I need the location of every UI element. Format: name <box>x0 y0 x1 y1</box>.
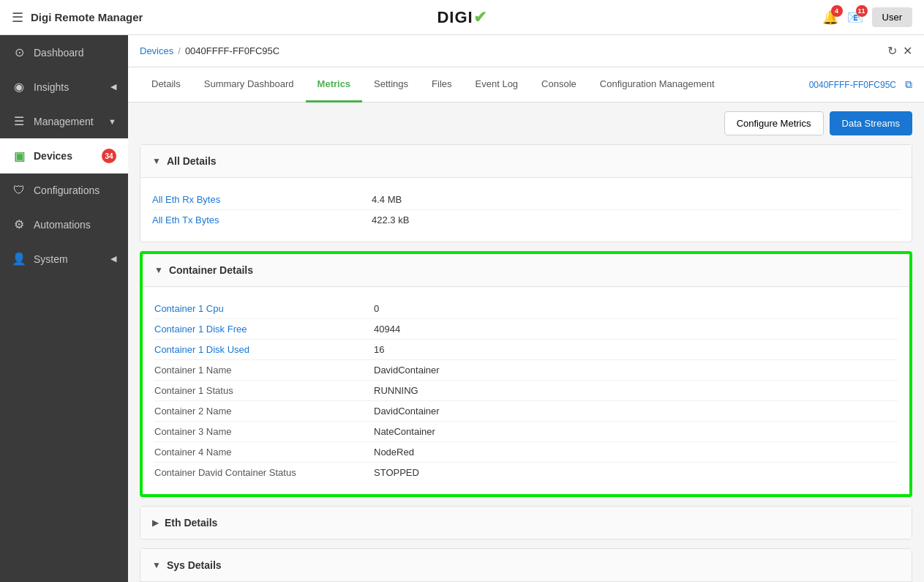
metric-label-eth-tx[interactable]: All Eth Tx Bytes <box>152 214 372 225</box>
dashboard-icon: ⊙ <box>12 45 26 59</box>
tab-summary-dashboard[interactable]: Summary Dashboard <box>192 67 306 102</box>
main-content: Devices / 0040FFFF-FF0FC95C ↻ ✕ Details … <box>128 35 924 582</box>
metric-label-c1-cpu[interactable]: Container 1 Cpu <box>154 303 374 314</box>
metric-value-eth-tx: 422.3 kB <box>372 214 409 225</box>
eth-details-section: ▶ Eth Details <box>140 506 912 540</box>
all-details-body: All Eth Rx Bytes 4.4 MB All Eth Tx Bytes… <box>140 178 912 242</box>
metric-row: Container David Container Status STOPPED <box>154 463 898 482</box>
sidebar-item-devices[interactable]: ▣ Devices 34 <box>0 138 128 174</box>
metric-value-c1-disk-used: 16 <box>374 344 384 355</box>
metric-row: All Eth Rx Bytes 4.4 MB <box>152 190 900 210</box>
metric-value-c2-name: DavidContainer <box>374 406 440 417</box>
all-details-chevron-down: ▼ <box>152 156 161 166</box>
logo: DIGI✔ <box>437 8 487 26</box>
metric-row: Container 2 Name DavidContainer <box>154 401 898 422</box>
configure-metrics-button[interactable]: Configure Metrics <box>724 111 824 135</box>
container-details-title: Container Details <box>169 264 253 276</box>
sidebar-item-label: Insights <box>34 81 69 93</box>
breadcrumb-actions: ↻ ✕ <box>887 44 912 58</box>
breadcrumb: Devices / 0040FFFF-FF0FC95C ↻ ✕ <box>128 35 924 67</box>
metric-row: Container 3 Name NateContainer <box>154 422 898 442</box>
tab-console[interactable]: Console <box>530 67 588 102</box>
metric-label-c1-name: Container 1 Name <box>154 365 374 376</box>
metric-row: All Eth Tx Bytes 422.3 kB <box>152 210 900 230</box>
metric-label-c2-name: Container 2 Name <box>154 406 374 417</box>
metric-value-c1-cpu: 0 <box>374 303 379 314</box>
devices-badge: 34 <box>102 149 116 163</box>
metric-row: Container 1 Cpu 0 <box>154 299 898 319</box>
action-buttons-bar: Configure Metrics Data Streams <box>128 102 924 144</box>
sidebar-item-automations[interactable]: ⚙ Automations <box>0 207 128 242</box>
container-details-body: Container 1 Cpu 0 Container 1 Disk Free … <box>143 287 909 494</box>
sys-details-chevron-down: ▼ <box>152 560 161 570</box>
user-button[interactable]: User <box>872 7 912 27</box>
messages-button[interactable]: 📧 11 <box>847 10 863 26</box>
breadcrumb-current: 0040FFFF-FF0FC95C <box>185 45 279 56</box>
close-button[interactable]: ✕ <box>903 44 912 58</box>
sys-details-section: ▼ Sys Details Sys Cpu Used 6.580000 % <box>140 548 912 582</box>
all-details-title: All Details <box>167 155 217 167</box>
sidebar-item-insights[interactable]: ◉ Insights ◀ <box>0 70 128 104</box>
body-wrap: ⊙ Dashboard ◉ Insights ◀ ☰ Management ▼ … <box>0 35 924 582</box>
metric-value-c1-name: DavidContainer <box>374 365 440 376</box>
container-details-section: ▼ Container Details Container 1 Cpu 0 Co… <box>140 251 912 497</box>
insights-icon: ◉ <box>12 80 26 94</box>
container-details-chevron-down: ▼ <box>154 265 163 275</box>
eth-details-header[interactable]: ▶ Eth Details <box>140 507 912 539</box>
chevron-down-icon: ▼ <box>108 117 116 126</box>
eth-details-title: Eth Details <box>165 517 217 529</box>
logo-check: ✔ <box>473 8 487 26</box>
top-nav: ☰ Digi Remote Manager DIGI✔ 🔔 4 📧 11 Use… <box>0 0 924 35</box>
refresh-button[interactable]: ↻ <box>887 44 897 58</box>
tab-metrics[interactable]: Metrics <box>306 67 363 102</box>
message-badge: 11 <box>856 5 868 17</box>
top-nav-right: 🔔 4 📧 11 User <box>822 7 912 27</box>
content-scroll: ▼ All Details All Eth Rx Bytes 4.4 MB Al… <box>128 144 924 582</box>
tabs-right: 0040FFFF-FF0FC95C ⧉ <box>809 78 912 91</box>
sidebar-item-label: Configurations <box>34 184 99 196</box>
sidebar-item-label: Management <box>34 116 94 127</box>
alert-badge: 4 <box>831 5 843 17</box>
copy-icon[interactable]: ⧉ <box>905 78 912 91</box>
sidebar-item-label: Devices <box>34 150 72 162</box>
metric-label-c4-name: Container 4 Name <box>154 447 374 458</box>
metric-label-c1-disk-free[interactable]: Container 1 Disk Free <box>154 324 374 335</box>
metric-value-c1-status: RUNNING <box>374 385 418 396</box>
metric-label-c1-disk-used[interactable]: Container 1 Disk Used <box>154 344 374 355</box>
sidebar-item-management[interactable]: ☰ Management ▼ <box>0 104 128 138</box>
metric-value-c4-name: NodeRed <box>374 447 414 458</box>
all-details-section: ▼ All Details All Eth Rx Bytes 4.4 MB Al… <box>140 144 912 242</box>
metric-label-c3-name: Container 3 Name <box>154 426 374 437</box>
hamburger-icon[interactable]: ☰ <box>12 10 23 26</box>
sidebar: ⊙ Dashboard ◉ Insights ◀ ☰ Management ▼ … <box>0 35 128 582</box>
sys-details-title: Sys Details <box>167 559 222 571</box>
breadcrumb-parent[interactable]: Devices <box>140 45 173 56</box>
devices-icon: ▣ <box>12 149 26 163</box>
tab-details[interactable]: Details <box>140 67 192 102</box>
tab-files[interactable]: Files <box>420 67 463 102</box>
sidebar-item-system[interactable]: 👤 System ◀ <box>0 242 128 276</box>
metric-label-eth-rx[interactable]: All Eth Rx Bytes <box>152 194 372 205</box>
metric-value-c1-disk-free: 40944 <box>374 324 400 335</box>
sys-details-header[interactable]: ▼ Sys Details <box>140 549 912 582</box>
logo-center: DIGI✔ <box>437 8 487 27</box>
all-details-header[interactable]: ▼ All Details <box>140 145 912 178</box>
tab-configuration-management[interactable]: Configuration Management <box>588 67 726 102</box>
metric-value-david-status: STOPPED <box>374 467 419 478</box>
shield-icon: 🛡 <box>12 184 26 197</box>
breadcrumb-separator: / <box>178 45 181 56</box>
sidebar-item-dashboard[interactable]: ⊙ Dashboard <box>0 35 128 70</box>
notifications-button[interactable]: 🔔 4 <box>822 10 838 26</box>
metric-row: Container 1 Name DavidContainer <box>154 360 898 381</box>
eth-details-chevron-right: ▶ <box>152 518 159 528</box>
container-details-header[interactable]: ▼ Container Details <box>143 254 909 287</box>
sidebar-item-configurations[interactable]: 🛡 Configurations <box>0 174 128 207</box>
tab-event-log[interactable]: Event Log <box>464 67 530 102</box>
tab-settings[interactable]: Settings <box>362 67 420 102</box>
system-icon: 👤 <box>12 252 26 266</box>
metric-label-david-status: Container David Container Status <box>154 467 374 478</box>
metric-value-eth-rx: 4.4 MB <box>372 194 402 205</box>
sidebar-item-label: Automations <box>34 219 91 231</box>
device-id-display: 0040FFFF-FF0FC95C <box>809 80 896 90</box>
data-streams-button[interactable]: Data Streams <box>830 111 912 135</box>
